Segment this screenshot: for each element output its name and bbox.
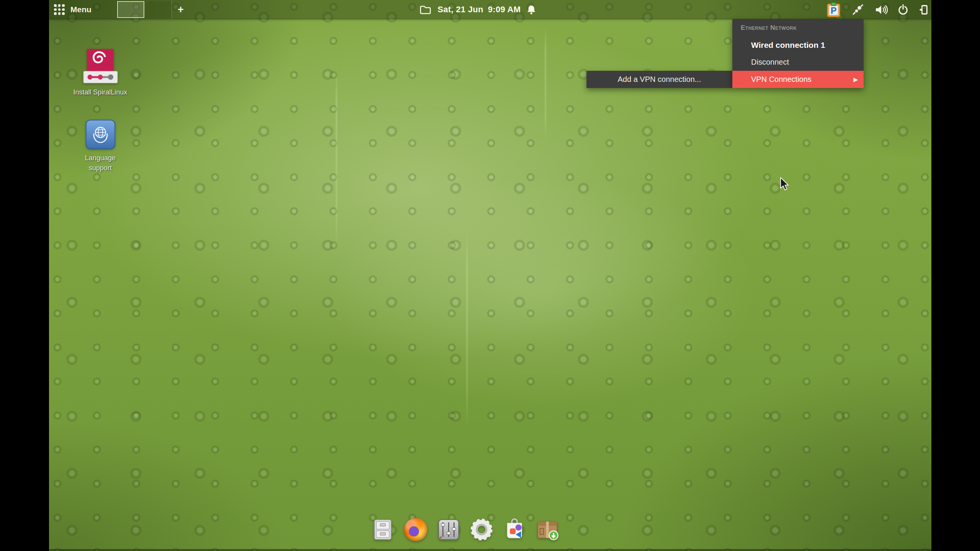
menu-header-ethernet-network: Ethernet Network: [732, 19, 864, 36]
add-vpn-label: Add a VPN connection...: [618, 75, 701, 84]
system-tray: P: [826, 0, 928, 19]
volume-icon[interactable]: [875, 4, 888, 16]
workspace-2[interactable]: [145, 1, 172, 18]
workspace-1[interactable]: [117, 1, 144, 18]
app-grid-icon: [54, 4, 65, 15]
folder-icon: [420, 5, 431, 15]
mouse-cursor: [779, 177, 791, 193]
panel-separator: [172, 0, 172, 19]
top-panel: Menu + Sat, 21 Jun 9:09 AM: [49, 0, 931, 19]
wallpaper-drip: [466, 230, 468, 429]
clock-text: Sat, 21 Jun 9:09 AM: [438, 5, 521, 15]
package-installer-icon[interactable]: [535, 517, 560, 542]
notification-bell-icon[interactable]: [527, 5, 536, 15]
desktop-icon-language-support[interactable]: Language support: [62, 120, 139, 173]
settings-gear-icon[interactable]: [469, 517, 494, 542]
clipboard-letter: P: [831, 6, 837, 16]
language-support-icon: [86, 120, 115, 151]
menu-button-label: Menu: [70, 5, 91, 14]
menu-item-wired-connection-1[interactable]: Wired connection 1: [732, 36, 864, 54]
power-icon[interactable]: [898, 4, 908, 15]
network-menu: Ethernet Network Wired connection 1 Disc…: [732, 19, 864, 88]
submenu-arrow-icon: ▶: [853, 71, 858, 88]
clock-date: Sat, 21 Jun: [438, 5, 483, 15]
dock: [371, 517, 560, 542]
clipboard-manager-icon[interactable]: P: [826, 2, 841, 18]
desktop-icon-label-line2: support: [85, 163, 116, 173]
clock-time: 9:09 AM: [488, 5, 521, 15]
desktop-icon-label-line1: Language: [85, 153, 116, 163]
menu-button[interactable]: Menu: [49, 0, 98, 19]
firefox-icon[interactable]: [403, 517, 428, 542]
network-connection-icon[interactable]: [850, 2, 866, 17]
menu-item-vpn-connections[interactable]: VPN Connections ▶: [732, 71, 864, 88]
wallpaper-drip: [545, 27, 546, 142]
wallpaper-drip: [336, 65, 337, 253]
software-store-icon[interactable]: [502, 517, 527, 542]
file-manager-icon[interactable]: [371, 517, 395, 542]
screen-bottom-edge: [49, 549, 931, 551]
menu-item-add-vpn-connection[interactable]: Add a VPN connection...: [586, 71, 732, 88]
desktop-background[interactable]: Menu + Sat, 21 Jun 9:09 AM: [49, 0, 931, 551]
add-workspace-button[interactable]: +: [174, 0, 187, 19]
desktop-icon-install-spirallinux[interactable]: Install SpiralLinux: [62, 48, 139, 97]
volume-mixer-icon[interactable]: [436, 517, 461, 542]
desktop-icon-label: Install SpiralLinux: [73, 87, 127, 97]
vpn-connections-label: VPN Connections: [751, 75, 812, 83]
logout-icon[interactable]: [918, 4, 928, 16]
clock-applet[interactable]: Sat, 21 Jun 9:09 AM: [420, 0, 536, 19]
install-spirallinux-icon: [83, 48, 118, 85]
menu-item-disconnect[interactable]: Disconnect: [732, 54, 864, 71]
